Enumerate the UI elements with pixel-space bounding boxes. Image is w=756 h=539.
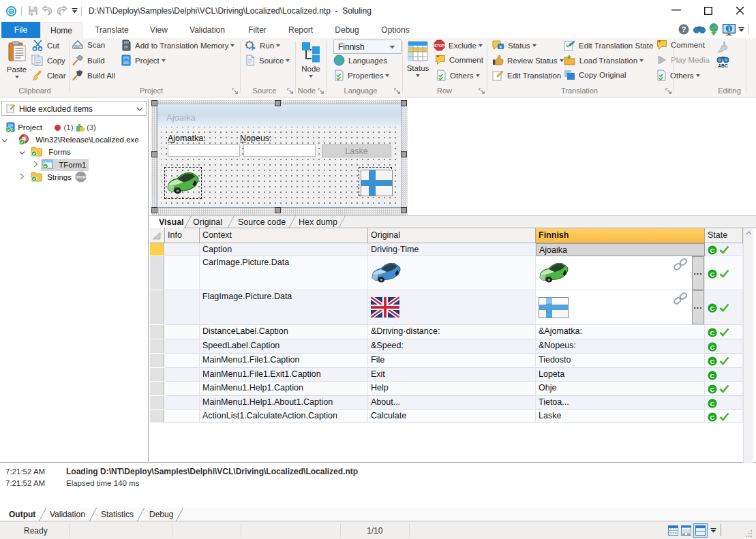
svg-text:x: x bbox=[500, 44, 502, 49]
svg-text:ABC: ABC bbox=[718, 63, 728, 68]
svg-text:C: C bbox=[710, 371, 715, 379]
svg-text:C: C bbox=[710, 328, 715, 336]
svg-text:C: C bbox=[710, 413, 715, 420]
svg-text:STOP: STOP bbox=[76, 175, 86, 179]
svg-text:C: C bbox=[710, 246, 715, 253]
svg-text:?: ? bbox=[682, 25, 686, 33]
svg-text:C: C bbox=[710, 399, 715, 407]
svg-text:C: C bbox=[710, 304, 715, 311]
svg-text:STOP: STOP bbox=[434, 44, 444, 48]
svg-text:C: C bbox=[710, 343, 715, 350]
svg-text:C: C bbox=[710, 270, 715, 277]
svg-text:C: C bbox=[710, 357, 715, 365]
svg-text:C: C bbox=[710, 385, 715, 392]
